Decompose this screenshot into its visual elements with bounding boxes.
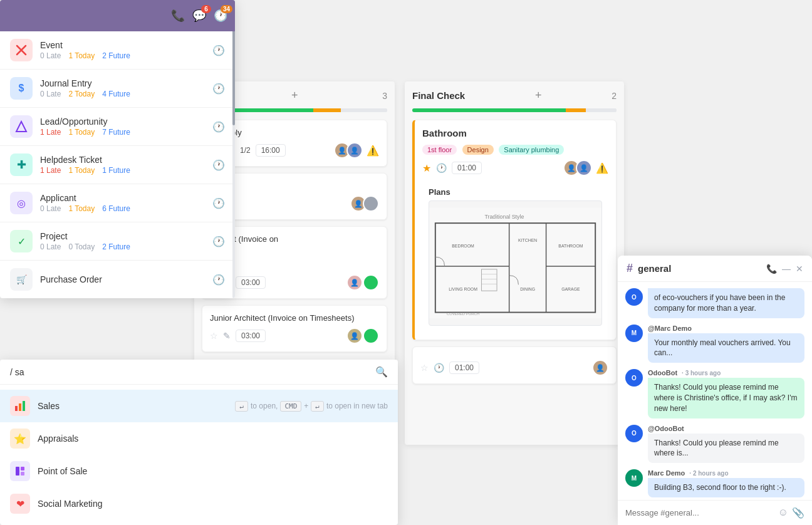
activity-item-lead[interactable]: Lead/Opportunity 1 Late 1 Today 7 Future… <box>0 108 235 146</box>
activity-item-event[interactable]: Event 0 Late 1 Today 2 Future 🕐 <box>0 31 235 70</box>
activity-panel: Event 0 Late 1 Today 2 Future 🕐 $ Journa… <box>0 0 235 298</box>
junior-edit-icon[interactable]: ✎ <box>223 331 231 341</box>
svg-rect-23 <box>21 467 24 470</box>
event-clock-icon[interactable]: 🕐 <box>212 44 225 56</box>
command-result-sales[interactable]: Sales ↵ to open, CMD + ↵ to open in new … <box>0 390 398 422</box>
project-icon: ✓ <box>10 230 33 252</box>
journal-late: 0 Late <box>40 90 61 98</box>
plans-star-icon[interactable]: ☆ <box>420 363 429 373</box>
floor-plan-image: Traditional Style BEDROOM LIVING ROOM KI… <box>429 200 602 326</box>
col1-progress-rest <box>341 108 387 112</box>
bathroom-avatar-2: 👤 <box>576 160 592 176</box>
command-result-appraisals[interactable]: ⭐ Appraisals <box>0 422 398 455</box>
lead-clock-icon[interactable]: 🕐 <box>212 121 225 133</box>
applicant-name: Applicant <box>40 193 225 203</box>
chat-header: # general 📞 — ✕ <box>618 256 812 282</box>
msg1-content: of eco-vouchers if you have been in the … <box>648 288 804 318</box>
lead-late: 1 Late <box>40 128 61 137</box>
assembly-actions: 🚩 ⬆ 1/2 16:00 👤 👤 ⚠️ <box>212 142 379 159</box>
floor-plan-section: Plans Traditional Style <box>422 181 608 332</box>
helpdesk-icon: ✚ <box>10 153 33 176</box>
msg5-time: · 2 hours ago <box>689 470 728 477</box>
project-late: 0 Late <box>40 242 61 251</box>
chat-close-icon[interactable]: ✕ <box>796 264 803 274</box>
clock-nav-button[interactable]: 🕐 34 <box>214 9 227 23</box>
applicant-late: 0 Late <box>40 204 61 213</box>
chat-msg-3: O OdooBot · 3 hours ago Thanks! Could yo… <box>625 369 804 418</box>
chat-input[interactable] <box>625 508 773 517</box>
col2-count: 2 <box>612 91 617 101</box>
project-today: 0 Today <box>68 242 95 251</box>
junior-star-icon[interactable]: ☆ <box>210 331 218 341</box>
svg-rect-20 <box>19 403 21 411</box>
bathroom-left: ★ 🕐 01:00 <box>422 162 482 174</box>
delivery-title: livery <box>210 181 379 190</box>
chat-hash-icon: # <box>627 262 633 275</box>
helpdesk-stats: 1 Late 1 Today 1 Future <box>40 166 225 175</box>
floor-plan-title: Plans <box>429 187 602 197</box>
chat-input-area: ☺ 📎 <box>618 500 812 525</box>
command-search-icon: 🔍 <box>375 366 388 378</box>
command-result-social[interactable]: ❤ Social Marketing <box>0 487 398 520</box>
purchase-clock-icon[interactable]: 🕐 <box>212 274 225 286</box>
activity-item-journal[interactable]: $ Journal Entry 0 Late 2 Today 4 Future … <box>0 70 235 108</box>
purchase-name: Purchase Order <box>40 274 225 284</box>
lead-info: Lead/Opportunity 1 Late 1 Today 7 Future <box>40 117 225 137</box>
tag-sanitary: Sanitary plumbing <box>499 145 564 155</box>
activity-item-project[interactable]: ✓ Project 0 Late 0 Today 2 Future 🕐 <box>0 222 235 261</box>
lead-stats: 1 Late 1 Today 7 Future <box>40 128 225 137</box>
col2-add-button[interactable]: + <box>535 89 542 102</box>
kanban-col-2: Final Check + 2 Bathroom 1st floor Desig… <box>405 81 624 445</box>
svg-text:Traditional Style: Traditional Style <box>484 214 524 220</box>
chat-minimize-icon[interactable]: — <box>782 264 791 274</box>
journal-clock-icon[interactable]: 🕐 <box>212 83 225 95</box>
social-icon: ❤ <box>10 494 30 514</box>
architect1-time: 03:00 <box>236 276 266 289</box>
kanban-card-junior-architect[interactable]: Junior Architect (Invoice on Timesheets)… <box>202 305 387 352</box>
project-clock-icon[interactable]: 🕐 <box>212 236 225 247</box>
attachment-icon[interactable]: 📎 <box>792 507 804 519</box>
chat-badge: 6 <box>201 5 211 13</box>
bathroom-star-icon[interactable]: ★ <box>422 162 431 174</box>
phone-icon[interactable]: 📞 <box>171 9 185 23</box>
bathroom-tags: 1st floor Design Sanitary plumbing <box>422 143 608 155</box>
lead-today: 1 Today <box>68 128 95 137</box>
col1-add-button[interactable]: + <box>291 89 298 102</box>
emoji-icon[interactable]: ☺ <box>778 507 788 519</box>
applicant-clock-icon[interactable]: 🕐 <box>212 197 225 209</box>
sales-label: Sales <box>38 401 235 411</box>
plans-clock-icon[interactable]: 🕐 <box>434 363 444 373</box>
helpdesk-clock-icon[interactable]: 🕐 <box>212 159 225 171</box>
kanban-card-bathroom[interactable]: Bathroom 1st floor Design Sanitary plumb… <box>412 120 617 340</box>
chat-msg-1: O of eco-vouchers if you have been in th… <box>625 288 804 318</box>
svg-text:COVERED PORCH: COVERED PORCH <box>447 312 479 316</box>
activity-item-purchase[interactable]: 🛒 Purchase Order 🕐 <box>0 261 235 298</box>
activity-item-applicant[interactable]: ◎ Applicant 0 Late 1 Today 6 Future 🕐 <box>0 184 235 222</box>
col2-progress-rest <box>586 108 617 112</box>
col2-header: Final Check + 2 <box>412 89 617 102</box>
col1-count: 3 <box>382 91 387 101</box>
kanban-card-plans[interactable]: ☆ 🕐 01:00 👤 <box>412 346 617 384</box>
activity-item-helpdesk[interactable]: ✚ Helpdesk Ticket 1 Late 1 Today 1 Futur… <box>0 146 235 184</box>
shortcut-plus: + <box>304 402 308 410</box>
command-input[interactable] <box>10 367 375 377</box>
msg2-bubble: Your monthly meal vouchers arrived. You … <box>648 333 804 363</box>
plans-left: ☆ 🕐 01:00 <box>420 361 479 374</box>
msg5-bubble: Building B3, second floor to the right :… <box>648 478 804 497</box>
architect1-avatar: 👤 <box>346 274 363 291</box>
helpdesk-name: Helpdesk Ticket <box>40 155 225 165</box>
chat-nav-button[interactable]: 💬 6 <box>192 9 206 23</box>
command-result-pos[interactable]: Point of Sale <box>0 455 398 487</box>
junior-time: 03:00 <box>236 330 266 342</box>
helpdesk-info: Helpdesk Ticket 1 Late 1 Today 1 Future <box>40 155 225 175</box>
scrollbar[interactable] <box>232 0 235 298</box>
chat-panel: # general 📞 — ✕ O of eco-vouchers if you… <box>618 256 812 525</box>
enter-key-2: ↵ <box>311 401 324 412</box>
bathroom-clock-icon[interactable]: 🕐 <box>436 163 447 173</box>
assembly-right: 👤 👤 ⚠️ <box>334 142 379 159</box>
chat-phone-icon[interactable]: 📞 <box>766 264 777 274</box>
col2-progress <box>412 108 617 112</box>
msg3-content: OdooBot · 3 hours ago Thanks! Could you … <box>648 369 804 418</box>
social-label: Social Marketing <box>38 499 388 509</box>
plans-actions: ☆ 🕐 01:00 👤 <box>420 360 608 376</box>
